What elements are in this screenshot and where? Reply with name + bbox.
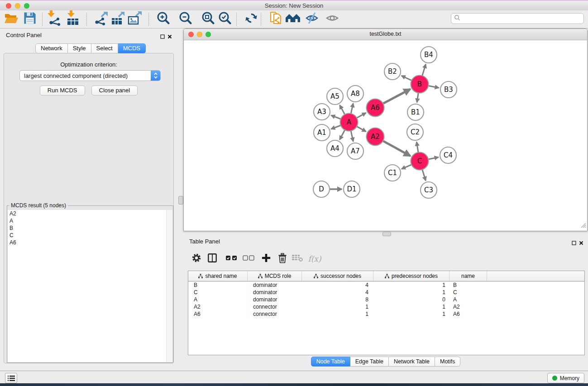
cell-successors[interactable]: 1: [302, 304, 373, 310]
tab-node-table[interactable]: Node Table: [311, 357, 350, 367]
deselect-all-icon[interactable]: [243, 255, 254, 263]
cell-name[interactable]: C: [449, 289, 487, 295]
network-node-C3[interactable]: C3: [421, 182, 437, 198]
memory-button[interactable]: Memory: [547, 373, 584, 383]
tab-style[interactable]: Style: [68, 43, 91, 53]
network-edge-B-B4[interactable]: [422, 64, 426, 76]
list-item[interactable]: A: [8, 217, 172, 224]
refresh-layout-icon[interactable]: [244, 11, 258, 27]
cell-shared-name[interactable]: A6: [188, 311, 248, 317]
zoom-out-icon[interactable]: [179, 11, 193, 27]
column-header-mcds-role[interactable]: MCDS role: [248, 271, 302, 281]
network-edge-A-A3[interactable]: [331, 115, 341, 119]
function-builder-icon[interactable]: f(x): [308, 254, 321, 263]
cell-mcds-role[interactable]: dominator: [248, 296, 302, 303]
resize-grip-icon[interactable]: [580, 222, 586, 230]
network-edge-A-A2[interactable]: [357, 126, 366, 131]
network-node-B1[interactable]: B1: [407, 104, 424, 120]
table-row[interactable]: A dominator 8 0 A: [188, 296, 584, 303]
network-node-C2[interactable]: C2: [407, 124, 423, 140]
network-node-B3[interactable]: B3: [440, 81, 457, 98]
cell-successors[interactable]: 4: [302, 289, 373, 295]
network-node-A5[interactable]: A5: [327, 88, 343, 105]
cell-shared-name[interactable]: B: [188, 282, 248, 288]
cell-predecessors[interactable]: 1: [373, 282, 449, 288]
delete-table-icon[interactable]: [292, 253, 303, 264]
cell-successors[interactable]: 4: [302, 282, 373, 288]
table-row[interactable]: C dominator 4 1 C: [188, 289, 584, 296]
close-panel-icon[interactable]: [167, 33, 172, 41]
cell-successors[interactable]: 1: [302, 311, 373, 317]
list-item[interactable]: A6: [8, 239, 172, 246]
network-edge-B-B1[interactable]: [417, 93, 418, 102]
tab-select[interactable]: Select: [91, 43, 118, 53]
column-header-predecessor-nodes[interactable]: predecessor nodes: [373, 271, 449, 281]
float-panel-icon[interactable]: [572, 239, 576, 247]
column-header-name[interactable]: name: [449, 271, 487, 281]
export-network-icon[interactable]: [94, 11, 109, 27]
save-session-icon[interactable]: [24, 12, 37, 27]
close-panel-button[interactable]: Close panel: [91, 86, 138, 95]
network-frame-titlebar[interactable]: testGlobe.txt: [184, 29, 587, 40]
vertical-splitter-handle[interactable]: [178, 196, 183, 205]
network-node-A7[interactable]: A7: [347, 143, 363, 159]
network-node-A3[interactable]: A3: [314, 104, 330, 120]
search-field[interactable]: [451, 13, 584, 24]
column-header-shared-name[interactable]: shared name: [188, 271, 248, 281]
cell-shared-name[interactable]: A2: [188, 304, 248, 310]
list-item[interactable]: C: [8, 232, 172, 239]
network-edge-A-A8[interactable]: [351, 103, 353, 113]
cell-mcds-role[interactable]: connector: [248, 304, 302, 310]
cell-name[interactable]: A: [449, 296, 487, 303]
network-edge-A-A6[interactable]: [357, 113, 366, 118]
network-node-C4[interactable]: C4: [440, 147, 456, 163]
tab-mcds[interactable]: MCDS: [118, 43, 146, 53]
cell-predecessors[interactable]: 0: [373, 296, 449, 303]
first-neighbors-icon[interactable]: [285, 12, 301, 26]
table-row[interactable]: B dominator 4 1 B: [188, 281, 584, 289]
network-node-B2[interactable]: B2: [384, 63, 401, 80]
network-node-A[interactable]: A: [340, 114, 358, 131]
search-input[interactable]: [463, 15, 581, 22]
network-edge-B-B3[interactable]: [428, 86, 439, 88]
table-settings-gear-icon[interactable]: [191, 253, 202, 265]
criterion-dropdown[interactable]: largest connected component (directed): [19, 70, 161, 81]
cell-predecessors[interactable]: 1: [373, 289, 449, 295]
cell-successors[interactable]: 8: [302, 296, 373, 303]
cell-shared-name[interactable]: C: [188, 289, 248, 295]
cell-name[interactable]: A6: [449, 311, 487, 317]
network-edge-A-A7[interactable]: [351, 131, 353, 141]
import-table-icon[interactable]: [66, 10, 79, 28]
network-node-A8[interactable]: A8: [347, 86, 363, 102]
cell-name[interactable]: B: [449, 282, 487, 288]
network-node-A6[interactable]: A6: [367, 99, 384, 117]
scrollbar[interactable]: [166, 210, 172, 362]
network-edge-C-C2[interactable]: [416, 142, 418, 152]
network-edge-A2-C[interactable]: [383, 141, 410, 156]
network-edge-C-C3[interactable]: [422, 170, 426, 181]
cell-mcds-role[interactable]: dominator: [248, 289, 302, 295]
add-column-icon[interactable]: [262, 253, 271, 264]
run-mcds-button[interactable]: Run MCDS: [40, 86, 85, 95]
hide-selected-icon[interactable]: [305, 11, 319, 27]
delete-column-trash-icon[interactable]: [278, 253, 287, 266]
network-node-A1[interactable]: A1: [314, 124, 330, 141]
cell-name[interactable]: A2: [449, 304, 487, 310]
table-row[interactable]: A2 connector 1 1 A2: [188, 303, 584, 310]
network-node-A4[interactable]: A4: [327, 140, 343, 157]
cell-predecessors[interactable]: 1: [373, 304, 449, 310]
export-image-icon[interactable]: [128, 11, 142, 27]
zoom-fit-icon[interactable]: [201, 11, 215, 27]
cell-shared-name[interactable]: A: [188, 296, 248, 303]
network-node-C[interactable]: C: [411, 152, 429, 170]
network-node-B4[interactable]: B4: [421, 47, 437, 63]
mcds-result-list[interactable]: A2 A B C A6: [8, 210, 172, 362]
network-edge-A-A5[interactable]: [340, 105, 345, 114]
network-canvas[interactable]: AA1A2A3A4A5A6A7A8BB1B2B3B4CC1C2C3C4DD1: [184, 40, 587, 231]
export-table-icon[interactable]: [111, 11, 125, 27]
float-panel-icon[interactable]: [160, 33, 165, 41]
network-edge-A-A4[interactable]: [339, 130, 344, 139]
network-edge-A-A1[interactable]: [331, 125, 341, 129]
show-columns-icon[interactable]: [207, 253, 217, 265]
list-item[interactable]: A2: [8, 210, 172, 217]
